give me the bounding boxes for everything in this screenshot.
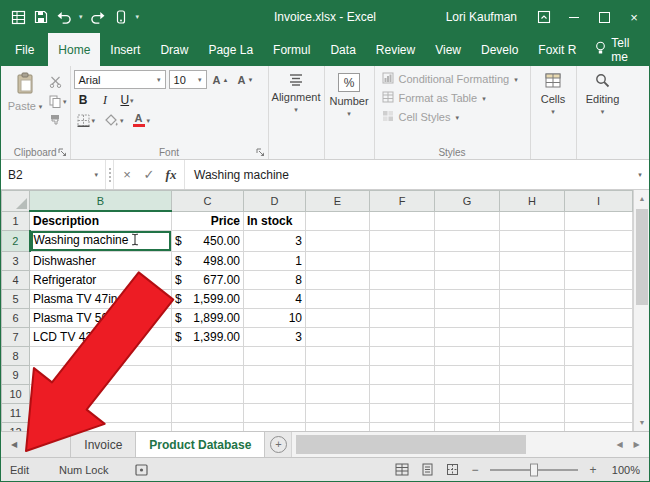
row-header-3[interactable]: 3: [2, 252, 30, 271]
cell-e1[interactable]: [306, 211, 370, 231]
formula-bar-expand-icon[interactable]: ▾: [631, 160, 649, 189]
sheet-nav-left-icon[interactable]: ◀: [11, 440, 17, 449]
paste-button[interactable]: Paste▾: [4, 68, 46, 127]
zoom-slider-thumb[interactable]: [530, 463, 538, 476]
cell-h3[interactable]: [500, 252, 565, 271]
formula-bar-handle[interactable]: [106, 160, 114, 189]
cell-i1[interactable]: [565, 211, 633, 231]
row-header-9[interactable]: 9: [2, 366, 30, 385]
undo-dropdown-icon[interactable]: ▾: [79, 13, 83, 21]
zoom-in-icon[interactable]: +: [587, 463, 599, 477]
cell-d12[interactable]: [244, 423, 306, 432]
cell-f10[interactable]: [370, 385, 435, 404]
horizontal-scrollbar[interactable]: [291, 432, 607, 457]
cell-d8[interactable]: [244, 347, 306, 366]
font-color-button[interactable]: A ▾: [130, 111, 154, 129]
sheet-nav-right-icon[interactable]: ▶: [29, 440, 35, 449]
decrease-font-size-button[interactable]: A▼: [234, 71, 256, 89]
column-header-i[interactable]: I: [565, 191, 633, 212]
cell-e4[interactable]: [306, 271, 370, 290]
save-icon[interactable]: [33, 9, 49, 25]
qat-customize-icon[interactable]: ▾: [136, 13, 140, 21]
cell-f2[interactable]: [370, 231, 435, 252]
cell-g2[interactable]: [435, 231, 500, 252]
cell-h1[interactable]: [500, 211, 565, 231]
column-header-f[interactable]: F: [370, 191, 435, 212]
cell-e6[interactable]: [306, 309, 370, 328]
page-break-view-icon[interactable]: [444, 462, 460, 478]
cancel-icon[interactable]: ×: [116, 160, 138, 189]
macro-record-icon[interactable]: [135, 464, 148, 476]
cells-group[interactable]: Cells ▾: [531, 66, 577, 159]
name-box[interactable]: B2 ▾: [1, 160, 106, 189]
cell-g11[interactable]: [435, 404, 500, 423]
new-sheet-button[interactable]: +: [265, 432, 291, 457]
cell-h8[interactable]: [500, 347, 565, 366]
cell-e7[interactable]: [306, 328, 370, 347]
underline-button[interactable]: U▾: [118, 91, 137, 109]
cell-g6[interactable]: [435, 309, 500, 328]
cell-i6[interactable]: [565, 309, 633, 328]
cell-i2[interactable]: [565, 231, 633, 252]
number-group[interactable]: % Number ▾: [325, 66, 375, 159]
cell-i3[interactable]: [565, 252, 633, 271]
cell-g12[interactable]: [435, 423, 500, 432]
formula-input[interactable]: Washing machine: [185, 160, 631, 189]
cell-i12[interactable]: [565, 423, 633, 432]
column-header-h[interactable]: H: [500, 191, 565, 212]
ribbon-tab-draw[interactable]: Draw: [150, 33, 198, 66]
cell-i5[interactable]: [565, 290, 633, 309]
cell-e10[interactable]: [306, 385, 370, 404]
cell-h10[interactable]: [500, 385, 565, 404]
cell-e8[interactable]: [306, 347, 370, 366]
cell-b8[interactable]: [30, 347, 172, 366]
column-header-b[interactable]: B: [30, 191, 172, 212]
cell-c7[interactable]: $1,399.00: [172, 328, 244, 347]
conditional-formatting-button[interactable]: Conditional Formatting ▾: [378, 72, 527, 86]
cell-h5[interactable]: [500, 290, 565, 309]
cell-g4[interactable]: [435, 271, 500, 290]
cell-f4[interactable]: [370, 271, 435, 290]
cell-f3[interactable]: [370, 252, 435, 271]
cell-d2[interactable]: 3: [244, 231, 306, 252]
excel-workbook-icon[interactable]: [10, 9, 26, 25]
vertical-scroll-track[interactable]: [634, 207, 649, 414]
cell-c6[interactable]: $1,899.00: [172, 309, 244, 328]
close-button[interactable]: ×: [619, 1, 649, 33]
column-header-c[interactable]: C: [172, 191, 244, 212]
cell-b12[interactable]: [30, 423, 172, 432]
cell-c12[interactable]: [172, 423, 244, 432]
cell-d5[interactable]: 4: [244, 290, 306, 309]
cell-h4[interactable]: [500, 271, 565, 290]
copy-icon[interactable]: ▾: [49, 94, 67, 108]
hscroll-right-icon[interactable]: ▶: [629, 440, 644, 449]
cell-f9[interactable]: [370, 366, 435, 385]
cell-d10[interactable]: [244, 385, 306, 404]
touch-mode-icon[interactable]: [113, 9, 129, 25]
select-all-button[interactable]: [2, 191, 30, 212]
ribbon-tab-page-la[interactable]: Page La: [198, 33, 263, 66]
borders-button[interactable]: ▾: [74, 111, 99, 129]
zoom-out-icon[interactable]: −: [469, 463, 481, 477]
row-header-5[interactable]: 5: [2, 290, 30, 309]
cell-f5[interactable]: [370, 290, 435, 309]
ribbon-tab-insert[interactable]: Insert: [100, 33, 150, 66]
cell-b6[interactable]: Plasma TV 50inch: [30, 309, 172, 328]
zoom-slider[interactable]: [490, 469, 578, 471]
sheet-tab-product-database[interactable]: Product Database: [135, 432, 265, 457]
cell-g1[interactable]: [435, 211, 500, 231]
fill-color-button[interactable]: ▾: [101, 111, 127, 129]
cell-h12[interactable]: [500, 423, 565, 432]
cell-b4[interactable]: Refrigerator: [30, 271, 172, 290]
redo-icon[interactable]: [90, 9, 106, 25]
vertical-scrollbar[interactable]: ▲ ▼: [633, 190, 649, 431]
zoom-level[interactable]: 100%: [608, 464, 640, 476]
row-header-10[interactable]: 10: [2, 385, 30, 404]
column-header-d[interactable]: D: [244, 191, 306, 212]
scroll-up-icon[interactable]: ▲: [634, 190, 649, 207]
cell-c2[interactable]: $450.00: [172, 231, 244, 252]
alignment-group[interactable]: Alignment ▾: [269, 66, 325, 159]
cell-d4[interactable]: 8: [244, 271, 306, 290]
insert-function-icon[interactable]: fx: [160, 160, 182, 189]
cell-g8[interactable]: [435, 347, 500, 366]
